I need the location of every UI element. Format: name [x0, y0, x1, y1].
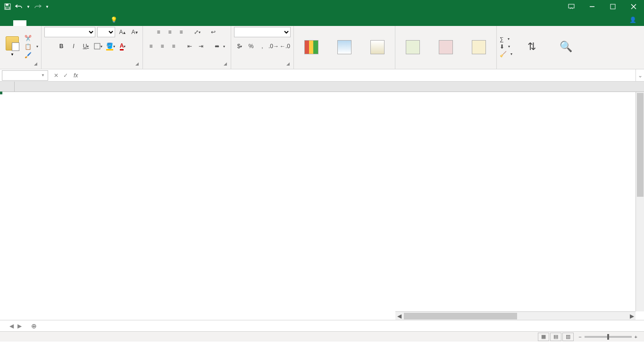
font-name-select[interactable]: [44, 27, 95, 37]
vertical-scrollbar[interactable]: [636, 92, 644, 311]
borders-button[interactable]: ▾: [93, 41, 103, 51]
zoom-out-button[interactable]: −: [578, 334, 581, 340]
page-layout-view-button[interactable]: ▤: [550, 333, 561, 341]
align-center-button[interactable]: ≡: [157, 41, 167, 51]
tab-formulas[interactable]: [53, 20, 66, 26]
enter-formula-icon[interactable]: ✓: [63, 72, 68, 79]
undo-dropdown[interactable]: ▼: [26, 5, 30, 9]
qat-customize-icon[interactable]: ▼: [45, 5, 49, 9]
fx-icon[interactable]: fx: [74, 72, 82, 79]
scissors-icon: ✂️: [25, 35, 32, 42]
increase-indent-button[interactable]: ⇥: [196, 41, 206, 51]
new-sheet-button[interactable]: ⊕: [28, 322, 40, 330]
dialog-launcher-icon[interactable]: ◢: [33, 61, 38, 67]
italic-button[interactable]: I: [68, 41, 79, 51]
sort-filter-button[interactable]: ⇅: [517, 39, 546, 53]
fill-color-button[interactable]: 🪣▾: [105, 41, 116, 51]
comma-button[interactable]: ,: [257, 41, 268, 51]
align-middle-button[interactable]: ≡: [165, 27, 175, 37]
fill-button[interactable]: ⬇▾: [500, 43, 512, 50]
percent-button[interactable]: %: [246, 41, 256, 51]
page-break-view-button[interactable]: ▥: [562, 333, 574, 341]
format-painter-button[interactable]: 🖌️: [25, 52, 38, 59]
find-select-button[interactable]: 🔍: [551, 39, 580, 53]
tab-review[interactable]: [79, 20, 92, 26]
account-name[interactable]: [612, 20, 624, 26]
status-bar: ▦ ▤ ▥ − +: [0, 331, 644, 342]
autosum-button[interactable]: ∑▾: [500, 36, 512, 42]
tab-data[interactable]: [66, 20, 79, 26]
align-bottom-button[interactable]: ≡: [176, 27, 186, 37]
font-size-select[interactable]: [97, 27, 115, 37]
increase-decimal-button[interactable]: .0→: [268, 41, 279, 51]
format-cells-button[interactable]: [464, 38, 493, 55]
bold-button[interactable]: B: [56, 41, 67, 51]
format-icon: [472, 40, 486, 54]
orientation-button[interactable]: ⤢▾: [192, 27, 202, 37]
search-icon: 🔍: [560, 41, 572, 52]
format-as-table-button[interactable]: [330, 38, 359, 55]
merge-center-button[interactable]: ⬌▾: [212, 41, 228, 51]
delete-cells-button[interactable]: [431, 38, 460, 55]
table-icon: [337, 40, 351, 54]
tab-scroll-last-icon[interactable]: ▶: [17, 323, 22, 329]
share-button[interactable]: 👤: [624, 14, 644, 26]
number-format-select[interactable]: [234, 27, 291, 37]
normal-view-button[interactable]: ▦: [538, 333, 549, 341]
wrap-icon: ↩: [211, 29, 216, 35]
expand-formula-bar-icon[interactable]: ⌄: [636, 69, 644, 82]
conditional-formatting-button[interactable]: [297, 38, 326, 55]
decrease-decimal-button[interactable]: ←.0: [280, 41, 290, 51]
redo-icon[interactable]: [34, 3, 42, 10]
wrap-text-button[interactable]: ↩: [208, 27, 220, 37]
cancel-formula-icon[interactable]: ✕: [54, 72, 59, 79]
maximize-button[interactable]: [602, 0, 623, 13]
tab-scroll-first-icon[interactable]: ◀: [9, 323, 14, 329]
eraser-icon: 🧹: [500, 51, 507, 58]
minimize-button[interactable]: [582, 0, 602, 13]
decrease-indent-button[interactable]: ⇤: [184, 41, 195, 51]
zoom-in-button[interactable]: +: [635, 334, 637, 340]
undo-icon[interactable]: [15, 3, 23, 10]
save-icon[interactable]: [4, 3, 11, 10]
currency-button[interactable]: $▾: [234, 41, 245, 51]
formula-input[interactable]: [82, 70, 636, 81]
dialog-launcher-icon[interactable]: ◢: [134, 61, 140, 67]
align-top-button[interactable]: ≡: [153, 27, 164, 37]
menu-bar: 💡 👤: [0, 13, 644, 26]
chevron-down-icon: ▼: [10, 52, 14, 57]
tab-insert[interactable]: [26, 20, 40, 26]
copy-icon: 📋: [25, 43, 32, 50]
select-all-corner[interactable]: [0, 82, 15, 92]
insert-cells-button[interactable]: [398, 38, 427, 55]
sigma-icon: ∑: [500, 36, 504, 42]
horizontal-scrollbar[interactable]: ◀▶: [395, 311, 636, 320]
tell-me-search[interactable]: 💡: [106, 14, 125, 26]
tab-view[interactable]: [92, 20, 106, 26]
align-right-button[interactable]: ≡: [168, 41, 179, 51]
tab-file[interactable]: [0, 20, 13, 26]
name-box[interactable]: ▼: [2, 70, 48, 81]
ribbon-options-icon[interactable]: [561, 0, 582, 13]
underline-button[interactable]: U▾: [81, 41, 91, 51]
tab-home[interactable]: [13, 20, 26, 26]
cell-styles-button[interactable]: [363, 38, 392, 55]
cut-button[interactable]: ✂️: [25, 35, 38, 42]
copy-button[interactable]: 📋▾: [25, 43, 38, 50]
insert-icon: [406, 40, 420, 54]
shrink-font-button[interactable]: A▾: [129, 27, 140, 37]
paste-button[interactable]: ▼: [3, 36, 22, 57]
font-color-button[interactable]: A▾: [117, 41, 128, 51]
tab-page-layout[interactable]: [40, 20, 53, 26]
grow-font-button[interactable]: A▴: [117, 27, 127, 37]
close-button[interactable]: [623, 0, 644, 13]
chevron-down-icon[interactable]: ▼: [41, 73, 45, 77]
dialog-launcher-icon[interactable]: ◢: [222, 61, 228, 67]
spreadsheet-grid[interactable]: ◀▶: [0, 82, 644, 320]
dialog-launcher-icon[interactable]: ◢: [285, 61, 291, 67]
sort-icon: ⇅: [527, 41, 536, 52]
zoom-slider[interactable]: [585, 336, 632, 338]
clear-button[interactable]: 🧹▾: [500, 51, 512, 58]
formula-bar: ▼ ✕ ✓ fx ⌄: [0, 69, 644, 82]
align-left-button[interactable]: ≡: [146, 41, 156, 51]
